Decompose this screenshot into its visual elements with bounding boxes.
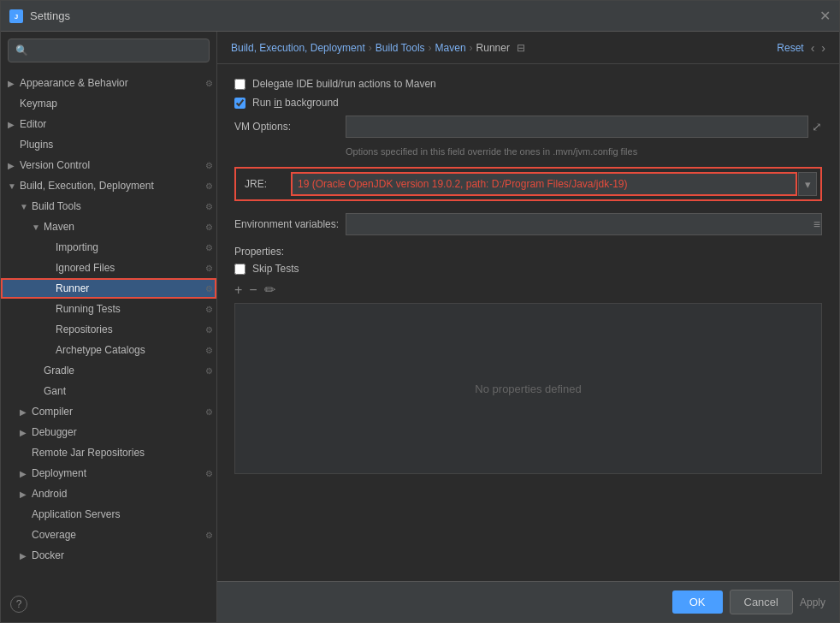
sidebar-item-version-control[interactable]: ▶ Version Control ⚙ [1, 155, 216, 175]
gear-icon: ⚙ [205, 284, 213, 294]
gear-icon: ⚙ [205, 469, 213, 478]
gear-icon: ⚙ [205, 243, 213, 252]
search-box[interactable]: 🔍 [8, 39, 210, 62]
sidebar-item-debugger[interactable]: ▶ Debugger [1, 422, 216, 442]
breadcrumb-sep-1: › [369, 42, 372, 54]
expand-icon: ▶ [20, 407, 32, 417]
sidebar-item-remote-jar-repositories[interactable]: Remote Jar Repositories [1, 442, 216, 463]
expand-icon: ▶ [8, 161, 20, 170]
breadcrumb-sep-3: › [470, 42, 473, 54]
reset-button[interactable]: Reset [777, 42, 803, 54]
app-icon: J [9, 9, 23, 23]
expand-icon: ▶ [20, 551, 32, 561]
properties-area: No properties defined [234, 303, 822, 474]
expand-icon: ▼ [20, 202, 32, 211]
sidebar-item-importing[interactable]: Importing ⚙ [1, 237, 216, 258]
gear-icon: ⚙ [205, 346, 213, 355]
search-input[interactable] [32, 44, 202, 56]
expand-icon: ▶ [20, 428, 32, 437]
expand-icon: ▼ [8, 181, 20, 191]
search-icon: 🔍 [15, 44, 28, 56]
sidebar-item-label: Coverage [32, 529, 76, 541]
nav-forward-button[interactable]: › [821, 41, 825, 55]
skip-tests-checkbox[interactable] [234, 264, 245, 275]
sidebar-item-running-tests[interactable]: Running Tests ⚙ [1, 299, 216, 319]
cancel-button[interactable]: Cancel [730, 590, 793, 614]
remove-property-button[interactable]: − [249, 282, 257, 298]
settings-content: Delegate IDE build/run actions to Maven … [217, 64, 839, 581]
right-panel: Build, Execution, Deployment › Build Too… [217, 32, 839, 622]
sidebar-item-label: Compiler [32, 406, 73, 418]
env-variables-input[interactable] [346, 213, 822, 235]
sidebar-item-compiler[interactable]: ▶ Compiler ⚙ [1, 401, 216, 422]
sidebar-item-label: Plugins [20, 139, 53, 151]
sidebar-item-gradle[interactable]: Gradle ⚙ [1, 360, 216, 381]
window-title: Settings [30, 9, 70, 22]
sidebar-item-label: Debugger [32, 426, 77, 438]
ok-button[interactable]: OK [672, 590, 723, 614]
sidebar-item-archetype-catalogs[interactable]: Archetype Catalogs ⚙ [1, 340, 216, 360]
vm-options-row: VM Options: ⤢ [234, 116, 822, 138]
help-button[interactable]: ? [10, 596, 27, 613]
sidebar-item-runner[interactable]: Runner ⚙ [1, 278, 216, 299]
sidebar-item-application-servers[interactable]: Application Servers [1, 504, 216, 525]
vm-options-label: VM Options: [234, 121, 346, 133]
gear-icon: ⚙ [205, 222, 213, 232]
sidebar-item-repositories[interactable]: Repositories ⚙ [1, 319, 216, 340]
expand-icon: ▶ [8, 79, 20, 88]
sidebar-item-coverage[interactable]: Coverage ⚙ [1, 525, 216, 545]
sidebar-item-android[interactable]: ▶ Android [1, 484, 216, 504]
sidebar-item-label: Ignored Files [56, 262, 115, 274]
sidebar-item-appearance-behavior[interactable]: ▶ Appearance & Behavior ⚙ [1, 73, 216, 93]
breadcrumb-part-3[interactable]: Maven [435, 42, 466, 54]
run-background-checkbox-row: Run in background [234, 97, 822, 109]
add-property-button[interactable]: + [234, 282, 242, 298]
sidebar-item-docker[interactable]: ▶ Docker [1, 545, 216, 566]
env-variables-label: Environment variables: [234, 218, 346, 230]
sidebar-item-keymap[interactable]: Keymap [1, 93, 216, 114]
vm-options-input[interactable] [346, 116, 808, 138]
skip-tests-label: Skip Tests [252, 263, 299, 275]
expand-icon: ▼ [32, 222, 44, 232]
sidebar: 🔍 ▶ Appearance & Behavior ⚙ Keymap ▶ [1, 32, 217, 622]
close-button[interactable]: ✕ [819, 8, 831, 24]
env-edit-button[interactable]: ≡ [813, 217, 820, 231]
breadcrumb-part-1[interactable]: Build, Execution, Deployment [231, 42, 365, 54]
jre-selected-value: 19 (Oracle OpenJDK version 19.0.2, path:… [298, 178, 628, 190]
delegate-checkbox[interactable] [234, 79, 245, 90]
sidebar-item-label: Build Tools [32, 200, 81, 212]
sidebar-item-label: Running Tests [56, 303, 121, 315]
breadcrumb-bar: Build, Execution, Deployment › Build Too… [217, 32, 839, 64]
sidebar-item-build-execution-deployment[interactable]: ▼ Build, Execution, Deployment ⚙ [1, 175, 216, 196]
delegate-checkbox-label: Delegate IDE build/run actions to Maven [252, 78, 436, 90]
sidebar-item-gant[interactable]: Gant [1, 381, 216, 401]
sidebar-item-plugins[interactable]: Plugins [1, 134, 216, 155]
jre-label: JRE: [240, 178, 291, 190]
properties-section: Properties: Skip Tests + − ✏ No prop [234, 246, 822, 474]
gear-icon: ⚙ [205, 407, 213, 417]
sidebar-item-editor[interactable]: ▶ Editor [1, 114, 216, 134]
sidebar-item-label: Android [32, 488, 67, 500]
breadcrumb-actions: Reset ‹ › [777, 41, 825, 55]
nav-back-button[interactable]: ‹ [811, 41, 815, 55]
jre-value: 19 (Oracle OpenJDK version 19.0.2, path:… [291, 172, 797, 196]
sidebar-tree: ▶ Appearance & Behavior ⚙ Keymap ▶ Edito… [1, 69, 216, 622]
expand-vm-options-button[interactable]: ⤢ [812, 120, 822, 134]
sidebar-item-label: Deployment [32, 467, 86, 479]
expand-icon: ▶ [20, 469, 32, 478]
sidebar-item-ignored-files[interactable]: Ignored Files ⚙ [1, 258, 216, 278]
settings-window: J Settings ✕ 🔍 ▶ Appearance & Behavior ⚙ [0, 0, 840, 623]
main-content: 🔍 ▶ Appearance & Behavior ⚙ Keymap ▶ [1, 32, 839, 622]
sidebar-item-deployment[interactable]: ▶ Deployment ⚙ [1, 463, 216, 484]
expand-icon: ▶ [8, 120, 20, 129]
jre-dropdown-button[interactable]: ▾ [798, 172, 817, 196]
gear-icon: ⚙ [205, 366, 213, 376]
sidebar-item-label: Importing [56, 241, 98, 253]
skip-tests-row: Skip Tests [234, 263, 822, 275]
sidebar-item-build-tools[interactable]: ▼ Build Tools ⚙ [1, 196, 216, 217]
edit-property-button[interactable]: ✏ [264, 282, 275, 298]
sidebar-item-maven[interactable]: ▼ Maven ⚙ [1, 217, 216, 237]
breadcrumb-part-2[interactable]: Build Tools [376, 42, 425, 54]
run-background-checkbox[interactable] [234, 98, 245, 109]
delegate-checkbox-row: Delegate IDE build/run actions to Maven [234, 78, 822, 90]
